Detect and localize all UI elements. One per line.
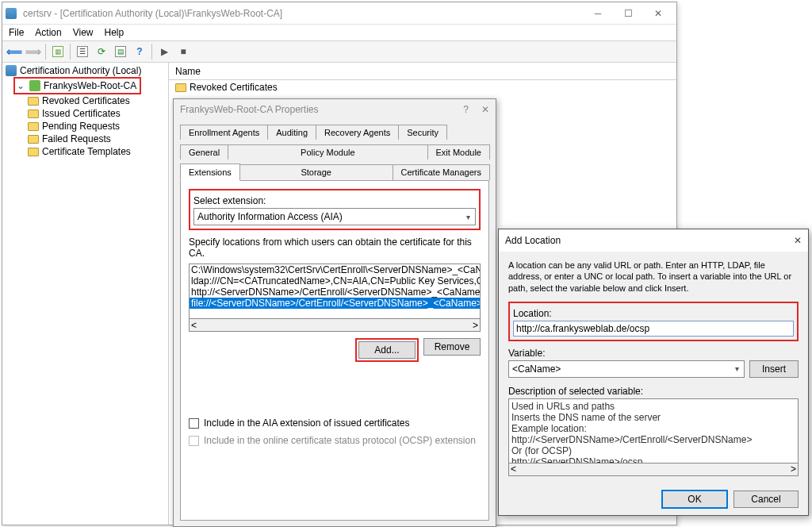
properties-icon[interactable]: ☰ [74,43,91,60]
tab-policy[interactable]: Policy Module [228,144,427,160]
ok-button[interactable]: OK [662,490,727,508]
tree-pending[interactable]: Pending Requests [4,120,167,133]
extension-select-highlight: Select extension: Authority Information … [189,189,481,230]
select-extension-label: Select extension: [193,195,476,206]
insert-button[interactable]: Insert [749,360,799,378]
checkbox-icon [189,436,199,446]
scroll-left-icon[interactable]: < [511,464,516,475]
folder-icon [28,122,39,131]
location-item-selected[interactable]: file://<ServerDNSName>/CertEnroll/<Serve… [190,298,480,309]
description-scrollbar[interactable]: < > [508,464,799,476]
menu-action[interactable]: Action [35,27,61,38]
list-column-name[interactable]: Name [169,63,676,80]
tab-row-2: General Policy Module Exit Module [180,143,489,160]
location-item[interactable]: ldap:///CN=<CATruncatedName>,CN=AIA,CN=P… [190,275,480,287]
include-ocsp-checkbox-row: Include in the online certificate status… [189,435,481,446]
app-icon [6,8,17,19]
location-item[interactable]: http://<ServerDNSName>/CertEnroll/<Serve… [190,287,480,298]
back-button[interactable]: ⟸ [6,43,23,60]
tree-root[interactable]: Certification Authority (Local) [4,64,167,77]
tree-revoked[interactable]: Revoked Certificates [4,94,167,107]
description-label: Description of selected variable: [508,386,799,397]
forward-button[interactable]: ⟹ [25,43,42,60]
location-input[interactable] [513,321,794,337]
tree-root-label: Certification Authority (Local) [20,65,141,76]
add-button-highlight: Add... [355,338,419,362]
tree-issued-label: Issued Certificates [42,108,121,119]
addloc-body: A location can be any valid URL or path.… [499,252,808,516]
tree-templates[interactable]: Certificate Templates [4,145,167,158]
properties-titlebar: FrankysWeb-Root-CA Properties ? ✕ [174,99,496,120]
folder-icon [28,148,39,156]
tab-recovery[interactable]: Recovery Agents [316,125,399,140]
folder-icon [28,135,39,144]
ca-server-icon [29,80,40,91]
desc-line: http://<ServerDNSName>/ocsp [511,456,795,464]
minimize-button[interactable]: ─ [583,4,613,23]
scroll-right-icon[interactable]: > [791,464,796,475]
include-aia-label: Include in the AIA extension of issued c… [204,417,410,429]
tree-ca-highlight: ⌄ FrankysWeb-Root-CA [13,77,141,94]
menu-help[interactable]: Help [105,27,124,38]
remove-button[interactable]: Remove [423,338,481,356]
folder-icon [175,83,186,92]
desc-line: Used in URLs and paths [511,401,795,412]
tab-exit[interactable]: Exit Module [427,144,490,160]
close-icon[interactable]: ✕ [481,104,489,115]
locations-scrollbar[interactable]: < > [189,319,481,332]
tab-extensions[interactable]: Extensions [180,163,240,181]
play-icon[interactable]: ▶ [155,43,173,60]
tree-issued[interactable]: Issued Certificates [4,107,167,120]
tab-general[interactable]: General [180,144,228,160]
menu-file[interactable]: File [9,27,24,38]
add-button[interactable]: Add... [358,341,416,359]
help-icon[interactable]: ? [463,104,469,115]
tab-storage[interactable]: Storage [239,164,393,180]
expand-icon[interactable]: ⌄ [17,80,25,91]
tab-security[interactable]: Security [398,125,447,140]
desc-line: Or (for OCSP) [511,445,795,456]
location-highlight: Location: [508,302,799,341]
folder-icon [28,97,39,106]
menubar: File Action View Help [2,25,676,40]
variable-combo-value: <CaName> [512,364,561,375]
addloc-title: Add Location [505,235,794,246]
properties-dialog: FrankysWeb-Root-CA Properties ? ✕ Enroll… [173,98,496,527]
location-label: Location: [513,308,794,319]
tree-revoked-label: Revoked Certificates [42,95,130,106]
include-aia-checkbox-row[interactable]: Include in the AIA extension of issued c… [189,417,481,429]
maximize-button[interactable]: ☐ [613,4,643,23]
list-item[interactable]: Revoked Certificates [169,80,676,94]
toolbar: ⟸ ⟹ ▦ ☰ ⟳ ▤ ? ▶ ■ [2,40,676,63]
variable-combo[interactable]: <CaName> [508,360,745,378]
tree-ca[interactable]: ⌄ FrankysWeb-Root-CA [17,79,138,92]
close-icon[interactable]: ✕ [794,235,802,246]
specify-locations-label: Specify locations from which users can o… [189,237,481,259]
locations-listbox[interactable]: C:\Windows\system32\CertSrv\CertEnroll\<… [189,264,481,319]
tab-certmgr[interactable]: Certificate Managers [393,164,491,180]
close-button[interactable]: ✕ [643,4,673,23]
cancel-button[interactable]: Cancel [733,490,799,508]
menu-view[interactable]: View [73,27,94,38]
extension-combo[interactable]: Authority Information Access (AIA) [193,208,476,225]
scroll-right-icon[interactable]: > [473,320,478,331]
tree-ca-label: FrankysWeb-Root-CA [44,80,136,91]
titlebar: certsrv - [Certification Authority (Loca… [2,2,676,25]
tree-failed[interactable]: Failed Requests [4,133,167,145]
include-ocsp-label: Include in the online certificate status… [204,435,476,446]
location-item[interactable]: C:\Windows\system32\CertSrv\CertEnroll\<… [190,264,480,275]
list-item-label: Revoked Certificates [190,82,278,93]
scroll-left-icon[interactable]: < [191,320,197,331]
variable-label: Variable: [508,348,799,359]
stop-icon[interactable]: ■ [174,43,192,60]
extension-combo-value: Authority Information Access (AIA) [197,211,343,222]
tab-row-3: Extensions Storage Certificate Managers [180,163,489,181]
tree-pending-label: Pending Requests [42,121,120,132]
help-icon[interactable]: ? [131,43,148,60]
export-icon[interactable]: ▤ [112,43,129,60]
checkbox-icon[interactable] [189,418,199,429]
up-icon[interactable]: ▦ [49,43,67,60]
tab-auditing[interactable]: Auditing [267,125,316,140]
refresh-icon[interactable]: ⟳ [93,43,110,60]
tab-enrollment[interactable]: Enrollment Agents [180,125,268,140]
